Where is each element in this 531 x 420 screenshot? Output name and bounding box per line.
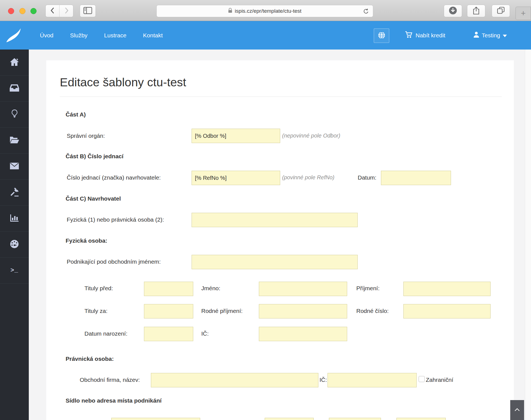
adresa-input-1[interactable]: [111, 418, 200, 420]
folder-open-icon: [9, 136, 19, 145]
download-icon: [448, 6, 458, 16]
ic2-label: IČ:: [319, 377, 327, 383]
dashboard-icon: [10, 239, 19, 250]
sidebar-item-statistics[interactable]: [0, 206, 29, 232]
ic2-input[interactable]: [328, 373, 417, 387]
site-navbar: Úvod Služby Lustrace Kontakt Nabít kredi…: [0, 21, 531, 50]
zahranicni-checkbox[interactable]: [419, 376, 425, 382]
section-heading-part-a: Část A): [66, 111, 86, 118]
cislo-jednaci-label: Číslo jednací (značka) navrhovatele:: [67, 174, 161, 181]
terminal-icon: >_: [11, 267, 18, 274]
nav-link-uvod[interactable]: Úvod: [40, 32, 53, 39]
refresh-button[interactable]: [363, 8, 369, 15]
rodne-cislo-label: Rodné číslo:: [356, 308, 389, 314]
adresa-input-2[interactable]: [265, 418, 314, 420]
jmeno-label: Jméno:: [201, 285, 220, 292]
obchodni-firma-input[interactable]: [151, 373, 318, 387]
template-edit-card: Editace šablony ctu-test Část A) Správní…: [46, 60, 514, 420]
section-heading-part-c: Část C) Navrhovatel: [66, 195, 121, 202]
tituly-za-input[interactable]: [144, 304, 193, 318]
datum-narozeni-input[interactable]: [144, 327, 193, 341]
sidebar-item-ideas[interactable]: [0, 102, 29, 128]
new-tab-button[interactable]: +: [515, 7, 531, 20]
fyzicka-osoba-heading: Fyzická osoba:: [66, 237, 107, 244]
globe-icon: [378, 32, 385, 40]
fin-logo-icon: [6, 28, 24, 43]
buy-credit-label: Nabít kredit: [416, 32, 445, 39]
datum-label: Datum:: [358, 174, 377, 181]
cart-icon: [405, 31, 413, 40]
user-menu[interactable]: Testing: [473, 21, 507, 50]
obchodni-firma-label: Obchodní firma, název:: [80, 377, 140, 383]
share-icon: [473, 6, 480, 16]
ic-label: IČ:: [201, 330, 209, 337]
lightbulb-icon: [11, 109, 18, 120]
browser-chrome: ispis.cz/epr/template/ctu-test +: [0, 0, 531, 21]
user-icon: [473, 32, 479, 39]
jmeno-input[interactable]: [259, 282, 347, 296]
nav-link-kontakt[interactable]: Kontakt: [143, 32, 163, 39]
spravni-organ-note: (nepovinné pole Odbor): [282, 133, 340, 139]
buy-credit-button[interactable]: Nabít kredit: [405, 21, 445, 50]
sidebar-item-dashboard[interactable]: [0, 232, 29, 258]
chevron-down-icon: [503, 32, 507, 39]
page-title: Editace šablony ctu-test: [60, 76, 186, 89]
podnikajici-input[interactable]: [192, 255, 358, 269]
cislo-jednaci-input[interactable]: [192, 171, 280, 185]
page-scrollbar-track[interactable]: [525, 50, 531, 420]
lock-icon: [228, 8, 232, 14]
share-button[interactable]: [467, 5, 485, 17]
envelope-icon: [10, 162, 19, 171]
adresa-input-3[interactable]: [329, 418, 381, 420]
language-globe-button[interactable]: [374, 28, 389, 43]
rodne-prijmeni-input[interactable]: [259, 304, 347, 318]
sidebar-toggle-button[interactable]: [80, 5, 96, 17]
sidebar-item-terminal[interactable]: >_: [0, 258, 29, 284]
url-text: ispis.cz/epr/template/ctu-test: [235, 8, 301, 14]
sidebar-item-home[interactable]: [0, 50, 29, 76]
pravnicka-osoba-heading: Právnická osoba:: [66, 356, 114, 362]
chevron-up-icon: [514, 408, 520, 412]
spravni-organ-label: Správní orgán:: [67, 133, 105, 139]
sidebar-item-files[interactable]: [0, 128, 29, 154]
user-name-label: Testing: [482, 32, 500, 39]
close-window-button[interactable]: [8, 8, 14, 14]
sidebar-item-messages[interactable]: [0, 154, 29, 180]
datum-input[interactable]: [381, 171, 451, 185]
nav-link-lustrace[interactable]: Lustrace: [104, 32, 127, 39]
prijmeni-input[interactable]: [403, 282, 491, 296]
main-nav: Úvod Služby Lustrace Kontakt: [40, 21, 163, 50]
plus-icon: +: [521, 9, 526, 18]
inbox-icon: [9, 84, 19, 93]
zoom-window-button[interactable]: [30, 8, 37, 14]
sidlo-heading: Sídlo nebo adresa místa podnikání: [66, 397, 162, 404]
back-chevron-icon: [50, 7, 56, 15]
scroll-to-top-button[interactable]: [510, 400, 524, 420]
brand-logo[interactable]: [6, 28, 24, 44]
tab-overview-button[interactable]: [492, 5, 510, 17]
gavel-icon: [10, 187, 19, 198]
sidebar-item-inbox[interactable]: [0, 76, 29, 102]
minimize-window-button[interactable]: [19, 8, 25, 14]
sidebar-item-legal[interactable]: [0, 180, 29, 206]
nav-link-sluzby[interactable]: Služby: [70, 32, 87, 39]
tituly-pred-label: Tituly před:: [84, 285, 113, 292]
tituly-pred-input[interactable]: [144, 282, 193, 296]
title-divider: [60, 97, 502, 97]
spravni-organ-input[interactable]: [192, 129, 280, 143]
address-bar[interactable]: ispis.cz/epr/template/ctu-test: [156, 5, 373, 17]
home-icon: [9, 58, 19, 68]
downloads-button[interactable]: [444, 5, 462, 17]
osoba-typ-input[interactable]: [192, 213, 358, 227]
ic-input[interactable]: [259, 327, 347, 341]
zahranicni-label: Zahraniční: [426, 377, 453, 383]
podnikajici-label: Podnikající pod obchodním jménem:: [67, 258, 161, 265]
osoba-typ-label: Fyzická (1) nebo právnická osoba (2):: [67, 216, 164, 223]
forward-button[interactable]: [60, 5, 73, 17]
app-sidebar: >_: [0, 50, 29, 420]
back-button[interactable]: [46, 5, 59, 17]
rodne-cislo-input[interactable]: [403, 304, 491, 318]
tituly-za-label: Tituly za:: [84, 308, 107, 314]
adresa-input-4[interactable]: [396, 418, 446, 420]
tabs-icon: [497, 7, 505, 15]
